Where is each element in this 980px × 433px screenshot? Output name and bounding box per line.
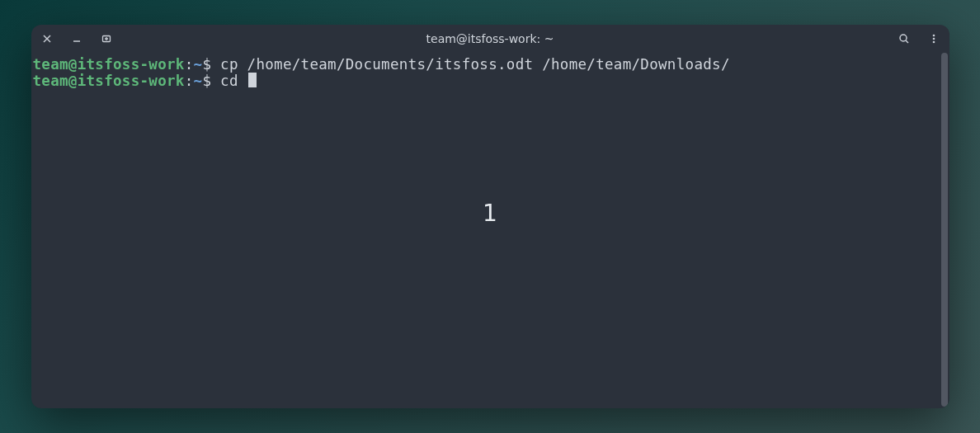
prompt-path: ~ bbox=[194, 73, 203, 89]
svg-point-9 bbox=[932, 38, 935, 40]
terminal-line: team@itsfoss-work:~$ cd bbox=[33, 73, 948, 89]
new-tab-icon[interactable] bbox=[101, 33, 112, 45]
minimize-icon[interactable] bbox=[71, 33, 82, 45]
svg-point-6 bbox=[900, 35, 907, 41]
prompt-userhost: team@itsfoss-work bbox=[33, 73, 185, 89]
titlebar-left-controls bbox=[41, 33, 112, 45]
close-icon[interactable] bbox=[41, 33, 53, 45]
window-title: team@itsfoss-work: ~ bbox=[426, 32, 554, 45]
menu-icon[interactable] bbox=[928, 33, 940, 45]
svg-point-10 bbox=[932, 41, 935, 44]
terminal-window: team@itsfoss-work: ~ team@itsfoss-work:~… bbox=[31, 25, 949, 408]
terminal-body[interactable]: team@itsfoss-work:~$ cp /home/team/Docum… bbox=[31, 53, 949, 408]
titlebar: team@itsfoss-work: ~ bbox=[31, 25, 949, 53]
command-text: cd bbox=[220, 73, 247, 89]
prompt-colon: : bbox=[185, 56, 194, 73]
prompt-colon: : bbox=[185, 73, 194, 89]
scrollbar-thumb[interactable] bbox=[941, 53, 948, 407]
svg-point-8 bbox=[932, 35, 935, 37]
overlay-number: 1 bbox=[483, 199, 497, 226]
scrollbar-track[interactable] bbox=[941, 53, 948, 407]
prompt-dollar: $ bbox=[202, 56, 220, 73]
terminal-line: team@itsfoss-work:~$ cp /home/team/Docum… bbox=[33, 56, 948, 73]
svg-line-7 bbox=[906, 40, 908, 43]
prompt-path: ~ bbox=[194, 56, 203, 73]
cursor bbox=[248, 73, 257, 87]
command-text: cp /home/team/Documents/itsfoss.odt /hom… bbox=[220, 56, 730, 73]
search-icon[interactable] bbox=[898, 33, 910, 45]
titlebar-right-controls bbox=[898, 33, 940, 45]
terminal-content: team@itsfoss-work:~$ cp /home/team/Docum… bbox=[33, 56, 948, 89]
prompt-userhost: team@itsfoss-work bbox=[33, 56, 185, 73]
prompt-dollar: $ bbox=[202, 73, 220, 89]
